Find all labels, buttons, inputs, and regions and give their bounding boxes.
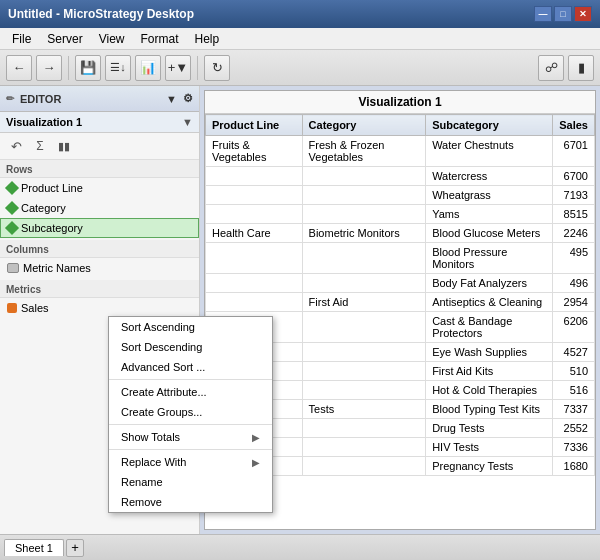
cell-7-3: 2954 (553, 293, 595, 312)
refresh-button[interactable]: ↻ (204, 55, 230, 81)
cell-11-2: Hot & Cold Therapies (426, 381, 553, 400)
cell-15-3: 1680 (553, 457, 595, 476)
ctx-show-totals[interactable]: Show Totals ▶ (109, 427, 272, 447)
cell-2-3: 7193 (553, 186, 595, 205)
col-category: Category (302, 115, 426, 136)
ctx-rename[interactable]: Rename (109, 472, 272, 492)
ctx-sort-ascending[interactable]: Sort Ascending (109, 317, 272, 337)
add-sheet-button[interactable]: + (66, 539, 84, 557)
cell-13-1 (302, 419, 426, 438)
ctx-sep-1 (109, 379, 272, 380)
save-button[interactable]: 💾 (75, 55, 101, 81)
table-row: Fruits & VegetablesFresh & Frozen Vegeta… (206, 136, 595, 167)
ctx-remove[interactable]: Remove (109, 492, 272, 512)
menu-file[interactable]: File (4, 30, 39, 48)
cell-13-2: Drug Tests (426, 419, 553, 438)
ctx-advanced-sort[interactable]: Advanced Sort ... (109, 357, 272, 377)
cell-0-3: 6701 (553, 136, 595, 167)
field-dot-sales (7, 303, 17, 313)
menu-view[interactable]: View (91, 30, 133, 48)
back-button[interactable]: ← (6, 55, 32, 81)
close-button[interactable]: ✕ (574, 6, 592, 22)
cell-5-1 (302, 243, 426, 274)
toolbar-separator-1 (68, 56, 69, 80)
cell-13-3: 2552 (553, 419, 595, 438)
settings-icon[interactable]: ⚙ (183, 92, 193, 105)
cell-10-3: 510 (553, 362, 595, 381)
cell-5-3: 495 (553, 243, 595, 274)
cell-14-2: HIV Tests (426, 438, 553, 457)
cell-11-3: 516 (553, 381, 595, 400)
cell-4-1: Biometric Monitors (302, 224, 426, 243)
cell-0-0: Fruits & Vegetables (206, 136, 303, 167)
chart-button[interactable]: 📊 (135, 55, 161, 81)
add-button[interactable]: +▼ (165, 55, 191, 81)
cell-3-0 (206, 205, 303, 224)
chart-type-button[interactable]: ▮▮ (54, 136, 74, 156)
cell-8-2: Cast & Bandage Protectors (426, 312, 553, 343)
viz-title: Visualization 1 (205, 91, 595, 114)
cell-7-1: First Aid (302, 293, 426, 312)
editor-header: ✏ EDITOR ▼ ⚙ (0, 86, 199, 112)
metrics-section-label: Metrics (0, 280, 199, 298)
viz-name-label: Visualization 1 (6, 116, 178, 128)
field-subcategory[interactable]: Subcategory (0, 218, 199, 238)
rows-section-label: Rows (0, 160, 199, 178)
table-row: Blood Pressure Monitors495 (206, 243, 595, 274)
cell-14-1 (302, 438, 426, 457)
ctx-arrow-totals: ▶ (252, 432, 260, 443)
ctx-create-attribute[interactable]: Create Attribute... (109, 382, 272, 402)
cell-0-2: Water Chestnuts (426, 136, 553, 167)
field-dot-product-line (5, 181, 19, 195)
menu-server[interactable]: Server (39, 30, 90, 48)
field-subcategory-label: Subcategory (21, 222, 83, 234)
sigma-button[interactable]: Σ (30, 136, 50, 156)
field-dot-category (5, 201, 19, 215)
cell-14-3: 7336 (553, 438, 595, 457)
context-menu: Sort Ascending Sort Descending Advanced … (108, 316, 273, 513)
field-sales[interactable]: Sales (0, 298, 199, 318)
ctx-arrow-replace: ▶ (252, 457, 260, 468)
cell-9-3: 4527 (553, 343, 595, 362)
cell-2-1 (302, 186, 426, 205)
title-bar: Untitled - MicroStrategy Desktop — □ ✕ (0, 0, 600, 28)
field-sales-label: Sales (21, 302, 49, 314)
cell-8-3: 6206 (553, 312, 595, 343)
cell-3-1 (302, 205, 426, 224)
field-metric-names[interactable]: Metric Names (0, 258, 199, 278)
ctx-replace-with[interactable]: Replace With ▶ (109, 452, 272, 472)
table-row: Yams8515 (206, 205, 595, 224)
viz-dropdown-arrow[interactable]: ▼ (182, 116, 193, 128)
field-metric-names-label: Metric Names (23, 262, 91, 274)
cell-7-2: Antiseptics & Cleaning (426, 293, 553, 312)
field-category[interactable]: Category (0, 198, 199, 218)
sheet-tab-1[interactable]: Sheet 1 (4, 539, 64, 556)
field-category-label: Category (21, 202, 66, 214)
filter-icon[interactable]: ▼ (166, 93, 177, 105)
cell-2-2: Wheatgrass (426, 186, 553, 205)
toolbar-separator-2 (197, 56, 198, 80)
minimize-button[interactable]: — (534, 6, 552, 22)
undo-redo-row: ↶ Σ ▮▮ (0, 133, 199, 160)
ctx-sep-2 (109, 424, 272, 425)
panel-button[interactable]: ▮ (568, 55, 594, 81)
cell-12-2: Blood Typing Test Kits (426, 400, 553, 419)
extra-button[interactable]: ☍ (538, 55, 564, 81)
sheet-bar: Sheet 1 + (0, 534, 600, 560)
ctx-sort-descending[interactable]: Sort Descending (109, 337, 272, 357)
cell-15-1 (302, 457, 426, 476)
field-product-line[interactable]: Product Line (0, 178, 199, 198)
table-row: Wheatgrass7193 (206, 186, 595, 205)
cell-0-1: Fresh & Frozen Vegetables (302, 136, 426, 167)
cell-6-3: 496 (553, 274, 595, 293)
ctx-sep-3 (109, 449, 272, 450)
sort-button[interactable]: ☰↓ (105, 55, 131, 81)
menu-format[interactable]: Format (132, 30, 186, 48)
forward-button[interactable]: → (36, 55, 62, 81)
cell-3-3: 8515 (553, 205, 595, 224)
maximize-button[interactable]: □ (554, 6, 572, 22)
undo-button[interactable]: ↶ (6, 136, 26, 156)
menu-help[interactable]: Help (187, 30, 228, 48)
cell-7-0 (206, 293, 303, 312)
ctx-create-groups[interactable]: Create Groups... (109, 402, 272, 422)
